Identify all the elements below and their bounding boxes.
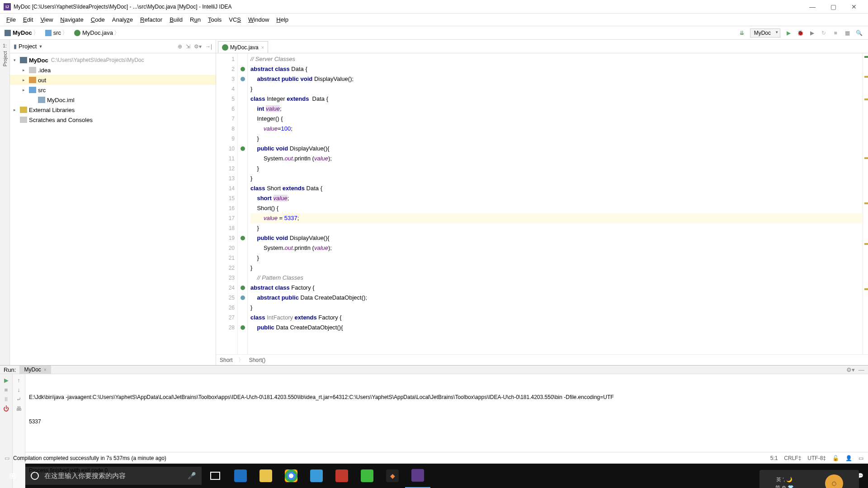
folder-icon (29, 67, 36, 73)
run-config-selector[interactable]: MyDoc (750, 28, 780, 38)
maximize-button[interactable]: ▢ (823, 0, 844, 14)
library-icon (20, 107, 27, 113)
folder-icon (20, 117, 27, 123)
chrome-icon[interactable] (278, 464, 304, 488)
profile-button[interactable]: ↻ (820, 29, 827, 37)
run-button[interactable]: ▶ (785, 29, 792, 37)
tree-src[interactable]: ▸ src (10, 85, 216, 95)
hide-icon[interactable]: →| (205, 43, 212, 50)
tree-idea[interactable]: ▸ .idea (10, 65, 216, 75)
gear-icon[interactable]: ⚙▾ (194, 43, 202, 50)
project-tree[interactable]: ▾ MyDoc C:\Users\YaphetS\IdeaProjects\My… (10, 53, 216, 365)
crumb-method[interactable]: Short() (249, 357, 266, 363)
code-editor[interactable]: // Server Classesabstract class Data { a… (248, 53, 863, 354)
rerun-button[interactable]: ▶ (4, 377, 9, 384)
menu-build[interactable]: Build (166, 16, 186, 23)
tree-iml[interactable]: MyDoc.iml (10, 95, 216, 105)
close-button[interactable]: ✕ (844, 0, 864, 14)
folder-icon (29, 77, 36, 83)
ime-overlay[interactable]: 英 ', 🌙简 ⚙ 👕 ◯ (760, 470, 859, 488)
stop-button[interactable]: ■ (832, 29, 839, 37)
wechat-icon[interactable] (354, 464, 380, 488)
overwatch-icon: ◯ (825, 474, 843, 488)
start-button[interactable]: ⊞ (0, 464, 24, 488)
folder-icon (20, 57, 27, 63)
wrap-icon[interactable]: ⤶ (16, 396, 21, 403)
app-icon-2[interactable] (329, 464, 354, 488)
breadcrumb-file-label: MyDoc.java (82, 29, 113, 36)
editor-area: MyDoc.java × 123456789101112131415161718… (216, 40, 868, 365)
tree-scratches[interactable]: Scratches and Consoles (10, 115, 216, 125)
menu-file[interactable]: File (3, 16, 19, 23)
menu-run[interactable]: Run (186, 16, 204, 23)
menu-tools[interactable]: Tools (204, 16, 225, 23)
left-gutter: 1: Project (0, 40, 10, 365)
minimize-button[interactable]: — (802, 0, 823, 14)
locate-icon[interactable]: ⊕ (178, 43, 182, 50)
tree-extlib[interactable]: ▸ External Libraries (10, 105, 216, 115)
task-view-icon[interactable] (203, 464, 228, 488)
close-icon[interactable]: × (44, 367, 47, 372)
down-icon[interactable]: ↓ (17, 386, 20, 393)
collapse-icon[interactable]: ⇲ (186, 43, 190, 50)
breadcrumb-root-label: MyDoc (13, 29, 32, 36)
run-output[interactable]: E:\Jdk\bin\java -javaagent:C:\Users\Yaph… (25, 374, 868, 488)
menu-window[interactable]: Window (245, 16, 273, 23)
gutter-marks (238, 53, 248, 354)
pause-button[interactable]: ⏸ (3, 396, 9, 403)
app-icon-3[interactable]: ◆ (380, 464, 405, 488)
marker-strip[interactable] (863, 53, 868, 354)
folder-icon: ▮ (14, 43, 17, 50)
breadcrumb-mid-label: src (53, 29, 61, 36)
menu-navigate[interactable]: Navigate (57, 16, 87, 23)
run-tab[interactable]: MyDoc× (19, 366, 51, 374)
project-tool-label[interactable]: Project (2, 51, 8, 66)
intellij-icon[interactable] (405, 464, 430, 488)
breadcrumb-root[interactable]: MyDoc 〉 (2, 26, 42, 40)
up-icon[interactable]: ↑ (17, 377, 20, 384)
app-icon-1[interactable] (304, 464, 329, 488)
menu-code[interactable]: Code (87, 16, 108, 23)
menu-help[interactable]: Help (273, 16, 292, 23)
menu-edit[interactable]: Edit (19, 16, 37, 23)
window-title: MyDoc [C:\Users\YaphetS\IdeaProjects\MyD… (14, 4, 232, 10)
run-panel: Run: MyDoc× ⚙▾ — ▶ ■ ⏸ ⏻ ↑ ↓ ⤶ 🖶 E:\Jdk\… (0, 365, 868, 452)
menu-bar: File Edit View Navigate Code Analyze Ref… (0, 14, 868, 26)
menu-refactor[interactable]: Refactor (137, 16, 166, 23)
status-icon[interactable]: ▭ (5, 455, 9, 461)
folder-icon (45, 30, 52, 36)
run-title: Run: (4, 366, 16, 373)
structure-icon[interactable]: ▦ (844, 29, 851, 37)
coverage-button[interactable]: ▶ (808, 29, 816, 37)
debug-button[interactable]: 🐞 (797, 29, 804, 37)
menu-vcs[interactable]: VCS (225, 16, 245, 23)
search-icon[interactable]: 🔍 (855, 29, 863, 37)
chevron-down-icon[interactable]: ▼ (38, 44, 42, 49)
build-icon[interactable]: ⇊ (738, 29, 745, 37)
editor-tabs: MyDoc.java × (216, 40, 868, 53)
editor-breadcrumb[interactable]: Short 〉 Short() (216, 354, 868, 365)
hide-icon[interactable]: — (859, 366, 864, 373)
exit-button[interactable]: ⏻ (3, 405, 9, 412)
project-tool-tab[interactable]: 1: (3, 43, 6, 48)
nav-toolbar: MyDoc 〉 src 〉 MyDoc.java 〉 ⇊ MyDoc ▶ 🐞 ▶… (0, 26, 868, 40)
file-icon (38, 97, 45, 103)
tree-root[interactable]: ▾ MyDoc C:\Users\YaphetS\IdeaProjects\My… (10, 55, 216, 65)
run-stdout: 5337 (29, 418, 864, 426)
tree-out[interactable]: ▸ out (10, 75, 216, 85)
crumb-class[interactable]: Short (220, 357, 233, 363)
breadcrumb-src[interactable]: src 〉 (42, 26, 71, 40)
title-bar: IJ MyDoc [C:\Users\YaphetS\IdeaProjects\… (0, 0, 868, 14)
breadcrumb-file[interactable]: MyDoc.java 〉 (71, 26, 123, 40)
run-cmd-line: E:\Jdk\bin\java -javaagent:C:\Users\Yaph… (29, 393, 864, 401)
project-panel: ▮ Project ▼ ⊕ ⇲ ⚙▾ →| ▾ MyDoc C:\Users\Y… (10, 40, 216, 365)
print-icon[interactable]: 🖶 (16, 405, 22, 412)
stop-button[interactable]: ■ (5, 386, 8, 393)
menu-view[interactable]: View (37, 16, 57, 23)
editor-tab[interactable]: MyDoc.java × (218, 41, 268, 53)
edge-icon[interactable] (228, 464, 253, 488)
close-tab-icon[interactable]: × (261, 45, 264, 50)
explorer-icon[interactable] (253, 464, 278, 488)
menu-analyze[interactable]: Analyze (108, 16, 137, 23)
gear-icon[interactable]: ⚙▾ (846, 366, 855, 373)
